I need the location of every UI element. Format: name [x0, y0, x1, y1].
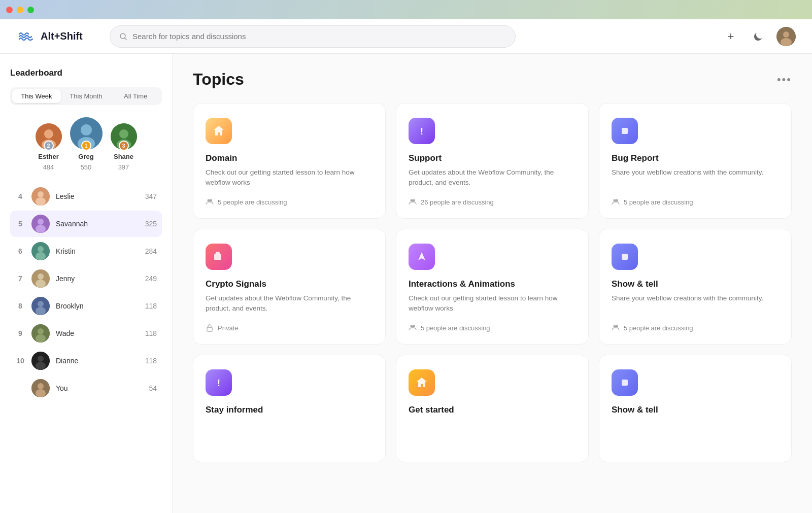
- app-name: Alt+Shift: [41, 30, 83, 42]
- lb-score-kristin: 284: [145, 247, 157, 255]
- svg-point-30: [38, 328, 44, 334]
- topic-desc-get-started: [409, 419, 576, 440]
- lb-row-wade[interactable]: 9 Wade 118: [10, 320, 162, 347]
- svg-point-36: [38, 383, 44, 389]
- close-button[interactable]: [6, 7, 13, 13]
- add-button[interactable]: +: [722, 27, 740, 46]
- lb-row-savannah[interactable]: 5 Savannah 325: [10, 211, 162, 237]
- top3-second-score: 484: [43, 163, 54, 171]
- topic-card-domain[interactable]: Domain Check out our getting started les…: [193, 103, 386, 219]
- svg-point-51: [411, 325, 413, 328]
- topic-desc-crypto: Get updates about the Webflow Community,…: [206, 293, 373, 315]
- topic-name-show-tell: Show & tell: [612, 279, 779, 289]
- topic-desc-bug-report: Share your webflow creations with the co…: [612, 167, 779, 189]
- topic-icon-domain: [206, 118, 232, 144]
- topic-name-get-started: Get started: [409, 405, 576, 415]
- svg-marker-38: [214, 126, 224, 135]
- dark-mode-button[interactable]: [749, 27, 767, 46]
- topic-name-show-tell-2: Show & tell: [612, 405, 779, 415]
- topic-card-support[interactable]: ! Support Get updates about the Webflow …: [396, 103, 589, 219]
- svg-point-22: [36, 252, 46, 260]
- svg-point-15: [38, 191, 44, 197]
- moon-icon: [753, 31, 763, 42]
- lb-avatar-kristin: [31, 242, 50, 260]
- svg-point-52: [413, 325, 415, 328]
- svg-point-3: [783, 31, 789, 38]
- search-bar[interactable]: [110, 25, 516, 48]
- topic-meta-show-tell: 5 people are discussing: [612, 324, 779, 332]
- logo-icon: [16, 27, 36, 46]
- topic-icon-stay-informed: !: [206, 369, 232, 396]
- topic-card-get-started[interactable]: Get started: [396, 355, 589, 462]
- tab-all-time[interactable]: All Time: [111, 89, 160, 103]
- lb-row-brooklyn[interactable]: 8 Brooklyn 118: [10, 293, 162, 319]
- lock-icon: [206, 324, 214, 332]
- top3-first-avatar-wrap: 1: [70, 117, 103, 150]
- lb-name-dianne: Dianne: [56, 357, 139, 365]
- svg-point-34: [36, 362, 46, 370]
- topic-meta-domain: 5 people are discussing: [206, 198, 373, 206]
- topic-card-stay-informed[interactable]: ! Stay informed: [193, 355, 386, 462]
- lb-rank-4: 4: [15, 192, 25, 200]
- window: Alt+Shift +: [0, 19, 812, 513]
- tab-this-month[interactable]: This Month: [62, 89, 111, 103]
- lb-row-dianne[interactable]: 10 Dianne 118: [10, 348, 162, 374]
- leaderboard-title: Leaderboard: [10, 68, 162, 78]
- lb-avatar-wade: [31, 324, 50, 343]
- user-avatar-header[interactable]: [776, 27, 796, 46]
- lb-row-you[interactable]: You 54: [10, 375, 162, 401]
- svg-point-16: [36, 197, 46, 206]
- lb-row-leslie[interactable]: 4 Leslie 347: [10, 183, 162, 210]
- lb-rank-7: 7: [15, 275, 25, 283]
- lb-avatar-dianne: [31, 352, 50, 370]
- top3-second-badge: 2: [44, 141, 54, 151]
- svg-point-25: [36, 280, 46, 288]
- topic-name-interactions: Interactions & Animations: [409, 279, 576, 289]
- topic-card-show-tell-2[interactable]: Show & tell: [599, 355, 792, 462]
- topic-meta-text-show-tell: 5 people are discussing: [624, 324, 693, 332]
- lb-avatar-you: [31, 379, 50, 397]
- svg-point-12: [119, 129, 128, 139]
- top3-second: 2 Esther 484: [36, 123, 62, 171]
- lb-row-kristin[interactable]: 6 Kristin 284: [10, 238, 162, 264]
- top3-third-name: Shane: [114, 153, 133, 160]
- svg-point-46: [616, 199, 618, 202]
- topic-card-bug-report[interactable]: Bug Report Share your webflow creations …: [599, 103, 792, 219]
- topic-card-crypto[interactable]: Crypto Signals Get updates about the Web…: [193, 229, 386, 345]
- maximize-button[interactable]: [27, 7, 34, 13]
- svg-point-42: [411, 199, 413, 202]
- svg-text:!: !: [420, 126, 423, 136]
- topic-icon-bug: [612, 118, 638, 144]
- svg-point-39: [208, 199, 210, 202]
- svg-marker-57: [417, 378, 427, 387]
- svg-point-9: [81, 124, 92, 135]
- top3-third: 3 Shane 397: [111, 123, 137, 171]
- svg-point-55: [616, 325, 618, 328]
- svg-point-4: [781, 38, 792, 46]
- lb-name-you: You: [56, 384, 143, 392]
- lb-score-you: 54: [149, 384, 157, 392]
- svg-rect-44: [622, 128, 628, 134]
- svg-point-28: [36, 307, 46, 315]
- svg-marker-48: [215, 252, 220, 254]
- topic-card-interactions[interactable]: Interactions & Animations Check out our …: [396, 229, 589, 345]
- top3-first: 1 Greg 550: [70, 117, 103, 171]
- svg-point-27: [38, 301, 44, 307]
- topic-card-show-tell[interactable]: Show & tell Share your webflow creations…: [599, 229, 792, 345]
- topic-desc-domain: Check out our getting started lesson to …: [206, 167, 373, 189]
- more-options-button[interactable]: •••: [777, 73, 792, 86]
- header: Alt+Shift +: [0, 19, 812, 54]
- topic-name-crypto: Crypto Signals: [206, 279, 373, 289]
- topic-icon-crypto: [206, 244, 232, 270]
- top3-third-avatar-wrap: 3: [111, 123, 137, 150]
- main-content: Topics ••• Domain Check out our getting …: [173, 54, 812, 513]
- topic-desc-show-tell-2: [612, 419, 779, 440]
- people-icon-show-tell: [612, 324, 620, 332]
- lb-row-jenny[interactable]: 7 Jenny 249: [10, 265, 162, 292]
- search-input[interactable]: [132, 32, 506, 41]
- lb-avatar-jenny: [31, 269, 50, 288]
- topic-icon-interactions: [409, 244, 435, 270]
- tab-this-week[interactable]: This Week: [12, 89, 61, 103]
- minimize-button[interactable]: [17, 7, 23, 13]
- sidebar: Leaderboard This Week This Month All Tim…: [0, 54, 173, 513]
